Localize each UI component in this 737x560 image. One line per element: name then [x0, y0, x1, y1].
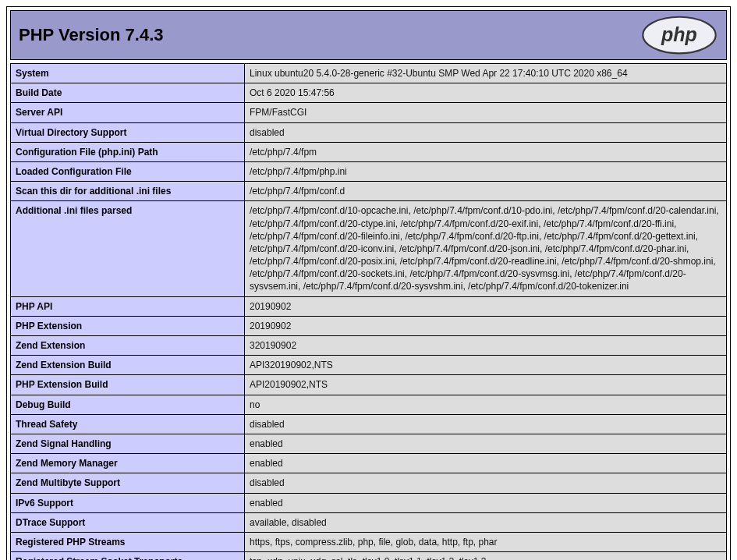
config-value: Oct 6 2020 15:47:56 — [245, 83, 727, 103]
config-value: tcp, udp, unix, udg, ssl, tls, tlsv1.0, … — [245, 552, 727, 560]
config-value: 20190902 — [245, 316, 727, 335]
config-value: /etc/php/7.4/fpm — [245, 142, 727, 161]
config-value: API20190902,NTS — [245, 375, 727, 395]
table-row: Loaded Configuration File/etc/php/7.4/fp… — [11, 161, 727, 181]
config-value: /etc/php/7.4/fpm/php.ini — [245, 161, 727, 181]
config-label: Zend Signal Handling — [11, 434, 245, 453]
table-row: Registered PHP Streamshttps, ftps, compr… — [11, 532, 727, 551]
table-row: Debug Buildno — [11, 395, 727, 414]
config-label: Virtual Directory Support — [11, 122, 245, 142]
config-label: Debug Build — [11, 395, 245, 414]
table-row: Zend Signal Handlingenabled — [11, 434, 727, 453]
table-row: Additional .ini files parsed/etc/php/7.4… — [11, 201, 727, 296]
table-row: Zend Multibyte Supportdisabled — [11, 473, 727, 493]
table-row: PHP Extension BuildAPI20190902,NTS — [11, 375, 727, 395]
table-row: Registered Stream Socket Transportstcp, … — [11, 552, 727, 560]
table-row: Configuration File (php.ini) Path/etc/ph… — [11, 142, 727, 161]
config-label: Build Date — [11, 83, 245, 103]
config-label: System — [11, 64, 245, 83]
config-label: Registered PHP Streams — [11, 532, 245, 551]
table-row: Build DateOct 6 2020 15:47:56 — [11, 83, 727, 103]
table-row: Virtual Directory Supportdisabled — [11, 122, 727, 142]
config-label: Zend Extension — [11, 336, 245, 356]
config-value: 20190902 — [245, 296, 727, 316]
phpinfo-page: PHP Version 7.4.3 php SystemLinux ubuntu… — [6, 6, 731, 560]
table-row: Zend Extension320190902 — [11, 336, 727, 356]
config-value: API320190902,NTS — [245, 356, 727, 375]
config-value: FPM/FastCGI — [245, 103, 727, 122]
table-row: Thread Safetydisabled — [11, 414, 727, 434]
table-row: PHP Extension20190902 — [11, 316, 727, 335]
config-label: Zend Extension Build — [11, 356, 245, 375]
config-label: PHP Extension Build — [11, 375, 245, 395]
config-label: PHP API — [11, 296, 245, 316]
config-label: Thread Safety — [11, 414, 245, 434]
config-label: Zend Memory Manager — [11, 454, 245, 473]
php-logo-text: php — [661, 23, 697, 45]
config-label: Configuration File (php.ini) Path — [11, 142, 245, 161]
header-bar: PHP Version 7.4.3 php — [10, 10, 727, 60]
table-row: SystemLinux ubuntu20 5.4.0-28-generic #3… — [11, 64, 727, 83]
page-title: PHP Version 7.4.3 — [19, 25, 163, 45]
config-label: Registered Stream Socket Transports — [11, 552, 245, 560]
config-label: Loaded Configuration File — [11, 161, 245, 181]
config-label: IPv6 Support — [11, 493, 245, 512]
table-row: Zend Extension BuildAPI320190902,NTS — [11, 356, 727, 375]
config-label: Scan this dir for additional .ini files — [11, 182, 245, 201]
php-logo-icon: php — [640, 14, 718, 56]
config-label: Server API — [11, 103, 245, 122]
config-value: Linux ubuntu20 5.4.0-28-generic #32-Ubun… — [245, 64, 727, 83]
config-label: DTrace Support — [11, 512, 245, 532]
config-table: SystemLinux ubuntu20 5.4.0-28-generic #3… — [10, 63, 727, 560]
config-value: disabled — [245, 122, 727, 142]
config-label: Additional .ini files parsed — [11, 201, 245, 296]
config-value: https, ftps, compress.zlib, php, file, g… — [245, 532, 727, 551]
config-value: no — [245, 395, 727, 414]
config-value: 320190902 — [245, 336, 727, 356]
table-row: Scan this dir for additional .ini files/… — [11, 182, 727, 201]
config-label: Zend Multibyte Support — [11, 473, 245, 493]
config-value: disabled — [245, 414, 727, 434]
config-value: enabled — [245, 454, 727, 473]
config-label: PHP Extension — [11, 316, 245, 335]
config-value: disabled — [245, 473, 727, 493]
config-value: enabled — [245, 434, 727, 453]
config-value: /etc/php/7.4/fpm/conf.d — [245, 182, 727, 201]
table-row: PHP API20190902 — [11, 296, 727, 316]
table-row: IPv6 Supportenabled — [11, 493, 727, 512]
config-value: available, disabled — [245, 512, 727, 532]
table-row: DTrace Supportavailable, disabled — [11, 512, 727, 532]
table-row: Zend Memory Managerenabled — [11, 454, 727, 473]
config-value: /etc/php/7.4/fpm/conf.d/10-opcache.ini, … — [245, 201, 727, 296]
config-value: enabled — [245, 493, 727, 512]
table-row: Server APIFPM/FastCGI — [11, 103, 727, 122]
